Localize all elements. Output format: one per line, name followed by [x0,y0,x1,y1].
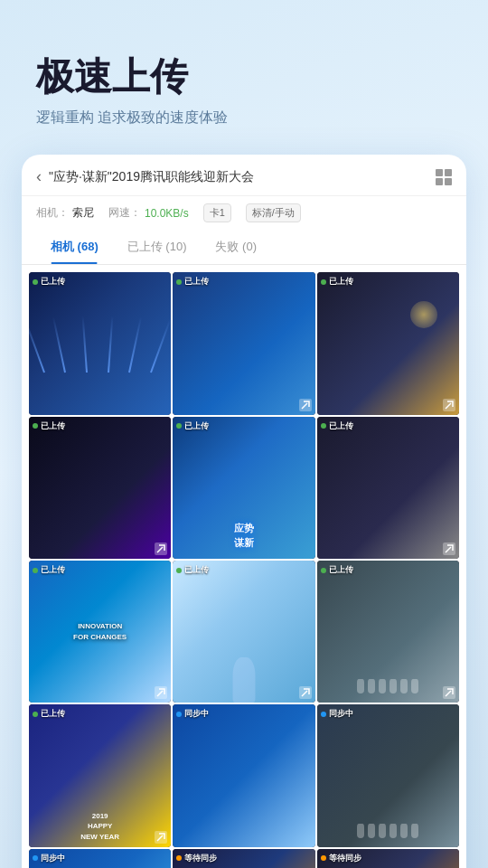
back-arrow-icon[interactable]: ‹ [36,167,42,186]
photo-item[interactable]: 已上传 [29,272,171,414]
photo-item[interactable]: 已上传 [29,417,171,559]
photo-badge: 已上传 [176,420,209,432]
hero-section: 极速上传 逻辑重构 追求极致的速度体验 [0,0,488,155]
photo-badge: 等待同步 [176,853,217,864]
photo-item[interactable]: 已上传 [317,417,459,559]
photo-badge: 同步中 [33,853,65,864]
photo-item[interactable]: 同步中 [29,849,171,868]
photo-badge: 已上传 [321,564,353,576]
photo-item[interactable]: 同步中 [317,704,459,846]
photo-grid: 已上传已上传已上传已上传应势谋新已上传已上传INNOVATIONFOR CHAN… [22,265,466,868]
photo-badge: 已上传 [33,420,65,432]
card-title: "应势·谋新"2019腾讯职能线迎新大会 [49,169,254,185]
photo-item[interactable]: 已上传 [173,272,314,414]
photo-item[interactable]: 应势谋新已上传 [173,417,314,559]
expand-icon[interactable] [443,686,455,699]
photo-badge: 已上传 [321,420,353,432]
photo-item[interactable]: 已上传 [173,561,314,703]
expand-icon[interactable] [299,399,312,411]
speed-label: 网速： [108,205,141,221]
photo-badge: 已上传 [176,276,209,288]
expand-icon[interactable] [155,831,167,844]
card1-tag[interactable]: 卡1 [203,203,231,222]
expand-icon[interactable] [299,686,312,699]
grid-view-icon[interactable] [436,169,452,185]
hero-subtitle: 逻辑重构 追求极致的速度体验 [36,108,452,127]
tab-failed[interactable]: 失败 (0) [201,230,271,264]
photo-badge: 已上传 [176,564,209,576]
tabs-container: 相机 (68) 已上传 (10) 失败 (0) [22,230,466,265]
photo-badge: 同步中 [321,708,353,720]
photo-badge: 已上传 [33,564,65,576]
tab-camera[interactable]: 相机 (68) [36,230,113,264]
photo-badge: 已上传 [321,276,353,288]
expand-icon[interactable] [155,686,167,699]
camera-value: 索尼 [72,205,94,221]
speed-value: 10.0KB/s [145,207,189,220]
photo-item[interactable]: 等待同步 [317,849,459,868]
tab-uploaded[interactable]: 已上传 (10) [113,230,202,264]
expand-icon[interactable] [443,542,455,555]
photo-item[interactable]: 已上传 [317,561,459,703]
card-meta: 相机： 索尼 网速： 10.0KB/s 卡1 标清/手动 [22,196,466,230]
photo-item[interactable]: 同步中 [173,704,314,846]
grid-container: 已上传已上传已上传已上传应势谋新已上传已上传INNOVATIONFOR CHAN… [22,265,466,868]
photo-badge: 等待同步 [321,853,361,864]
photo-item[interactable]: 2019HAPPYNEW YEAR已上传 [29,704,171,846]
hero-title: 极速上传 [36,54,452,99]
photo-item[interactable]: 已上传 [317,272,459,414]
phone-card: ‹ "应势·谋新"2019腾讯职能线迎新大会 相机： 索尼 网速： 10.0KB… [22,155,466,868]
photo-badge: 已上传 [33,708,65,720]
camera-label: 相机： [36,205,69,221]
photo-item[interactable]: 等待同步 [173,849,314,868]
photo-badge: 已上传 [33,276,65,288]
quality-tag[interactable]: 标清/手动 [246,203,301,222]
photo-badge: 同步中 [176,708,209,720]
card-header: ‹ "应势·谋新"2019腾讯职能线迎新大会 [22,155,466,196]
expand-icon[interactable] [155,542,167,555]
expand-icon[interactable] [443,399,455,411]
photo-item[interactable]: INNOVATIONFOR CHANGES已上传 [29,561,171,703]
